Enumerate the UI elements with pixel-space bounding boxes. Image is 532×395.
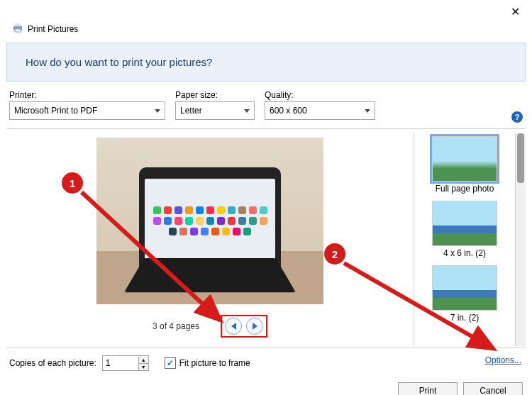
layout-label: 4 x 6 in. (2) <box>443 248 486 258</box>
footer: Print Cancel <box>6 378 526 395</box>
page-indicator: 3 of 4 pages <box>153 321 199 331</box>
paper-size-label: Paper size: <box>175 90 255 100</box>
copies-stepper[interactable]: ▲▼ <box>102 355 149 371</box>
layout-4x6[interactable]: 4 x 6 in. (2) <box>432 201 497 258</box>
layout-label: Full page photo <box>436 184 494 194</box>
copies-down[interactable]: ▼ <box>139 364 148 370</box>
window-title: Print Pictures <box>28 24 78 34</box>
prev-page-button[interactable] <box>225 318 242 335</box>
next-page-button[interactable] <box>246 318 263 335</box>
quality-label: Quality: <box>265 90 375 100</box>
printer-label: Printer: <box>9 90 165 100</box>
fit-label: Fit picture to frame <box>179 358 250 368</box>
options-row: Copies of each picture: ▲▼ ✓ Fit picture… <box>6 347 526 378</box>
checkmark-icon: ✓ <box>165 357 176 369</box>
layout-scrollbar[interactable] <box>516 133 526 346</box>
copies-up[interactable]: ▲ <box>139 357 148 364</box>
title-bar: Print Pictures <box>12 22 526 35</box>
triangle-right-icon <box>253 323 257 330</box>
copies-label: Copies of each picture: <box>9 358 96 368</box>
preview-pane: 3 of 4 pages <box>6 133 414 346</box>
gallery: 3 of 4 pages Full page photo 4 x 6 in. (… <box>6 133 526 346</box>
copies-input[interactable] <box>103 356 138 370</box>
printer-icon <box>12 22 23 35</box>
divider <box>6 128 526 129</box>
layout-full-page[interactable]: Full page photo <box>432 136 497 194</box>
layout-5x7[interactable]: 7 in. (2) <box>432 265 497 323</box>
triangle-left-icon <box>231 323 236 330</box>
layout-list: Full page photo 4 x 6 in. (2) 7 in. (2) <box>414 133 516 346</box>
close-button[interactable]: ✕ <box>511 6 520 18</box>
banner: How do you want to print your pictures? <box>6 43 526 82</box>
paper-size-select[interactable] <box>175 101 255 120</box>
fit-to-frame-checkbox[interactable]: ✓ Fit picture to frame <box>165 357 250 369</box>
layout-label: 7 in. (2) <box>450 313 480 323</box>
printer-select[interactable] <box>9 101 165 120</box>
preview-image <box>96 138 323 304</box>
print-pictures-dialog: ✕ Print Pictures How do you want to prin… <box>0 0 532 395</box>
print-settings-row: Printer: Paper size: Quality: ? <box>6 89 526 123</box>
options-link[interactable]: Options... <box>485 355 521 365</box>
banner-heading: How do you want to print your pictures? <box>26 56 506 68</box>
svg-rect-2 <box>15 29 21 32</box>
print-button[interactable]: Print <box>398 382 458 395</box>
cancel-button[interactable]: Cancel <box>463 382 523 395</box>
svg-rect-1 <box>15 23 21 26</box>
pager: 3 of 4 pages <box>153 315 267 338</box>
help-icon[interactable]: ? <box>511 111 523 123</box>
nav-highlight <box>221 315 267 338</box>
quality-select[interactable] <box>265 101 375 120</box>
